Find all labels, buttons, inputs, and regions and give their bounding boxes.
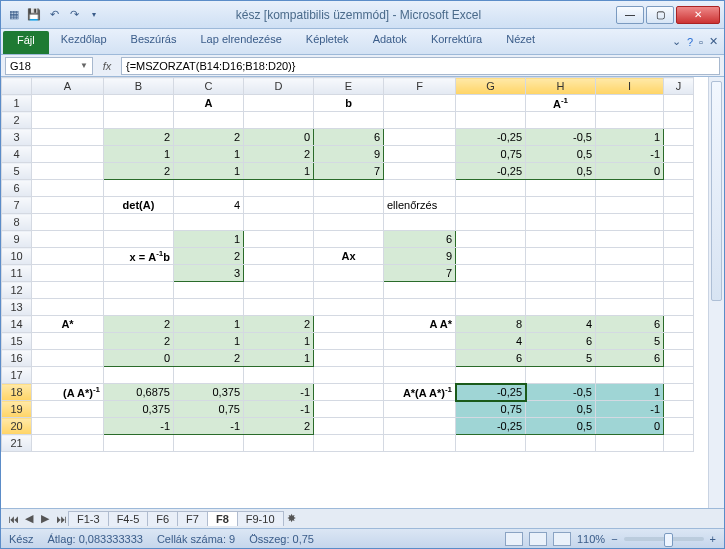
sheet-tab[interactable]: F1-3 <box>68 511 109 526</box>
cell[interactable]: 7 <box>314 163 384 180</box>
tab-insert[interactable]: Beszúrás <box>119 29 189 54</box>
cell[interactable]: -0,5 <box>526 384 596 401</box>
row-header[interactable]: 17 <box>2 367 32 384</box>
cell[interactable]: 2 <box>104 129 174 146</box>
help-icon[interactable]: ? <box>687 36 693 48</box>
cell[interactable]: A-1 <box>526 95 596 112</box>
cell[interactable]: -1 <box>244 384 314 401</box>
cell[interactable]: 4 <box>526 316 596 333</box>
cell[interactable]: 1 <box>244 350 314 367</box>
cell[interactable]: 0 <box>596 418 664 435</box>
row-header[interactable]: 8 <box>2 214 32 231</box>
sheet-tab[interactable]: F9-10 <box>237 511 284 526</box>
cell[interactable]: 2 <box>174 248 244 265</box>
cell[interactable]: 1 <box>244 333 314 350</box>
prev-sheet-icon[interactable]: ◀ <box>21 512 37 525</box>
cell[interactable]: 9 <box>384 248 456 265</box>
row-header[interactable]: 15 <box>2 333 32 350</box>
save-icon[interactable]: 💾 <box>25 6 43 24</box>
cell[interactable]: -1 <box>174 418 244 435</box>
cell[interactable]: (A A*)-1 <box>32 384 104 401</box>
row-header[interactable]: 7 <box>2 197 32 214</box>
cell[interactable]: 2 <box>104 333 174 350</box>
cell[interactable]: 0,5 <box>526 163 596 180</box>
row-header[interactable]: 14 <box>2 316 32 333</box>
zoom-out-button[interactable]: − <box>611 533 617 545</box>
col-header[interactable]: E <box>314 78 384 95</box>
zoom-in-button[interactable]: + <box>710 533 716 545</box>
cell[interactable]: 9 <box>314 146 384 163</box>
next-sheet-icon[interactable]: ▶ <box>37 512 53 525</box>
close-button[interactable]: ✕ <box>676 6 720 24</box>
select-all-corner[interactable] <box>2 78 32 95</box>
qat-dropdown-icon[interactable]: ▾ <box>85 6 103 24</box>
cell[interactable]: 2 <box>244 316 314 333</box>
cell[interactable]: 2 <box>104 163 174 180</box>
minimize-ribbon-icon[interactable]: ⌄ <box>672 35 681 48</box>
tab-review[interactable]: Korrektúra <box>419 29 494 54</box>
tab-layout[interactable]: Lap elrendezése <box>188 29 293 54</box>
active-cell[interactable]: -0,25 <box>456 384 526 401</box>
cell[interactable]: A* <box>32 316 104 333</box>
cell[interactable]: 0,5 <box>526 401 596 418</box>
window-restore-icon[interactable]: ▫ <box>699 36 703 48</box>
col-header[interactable]: A <box>32 78 104 95</box>
cell[interactable]: 0 <box>596 163 664 180</box>
cell[interactable]: 6 <box>526 333 596 350</box>
row-header[interactable]: 20 <box>2 418 32 435</box>
cell[interactable]: 0 <box>104 350 174 367</box>
fx-icon[interactable]: fx <box>97 60 117 72</box>
view-normal-button[interactable] <box>505 532 523 546</box>
cell[interactable]: 0,75 <box>456 146 526 163</box>
cell[interactable]: 2 <box>244 418 314 435</box>
col-header[interactable]: C <box>174 78 244 95</box>
scrollbar-thumb[interactable] <box>711 81 722 301</box>
cell[interactable]: -0,25 <box>456 418 526 435</box>
formula-input[interactable]: {=MSZORZAT(B14:D16;B18:D20)} <box>121 57 720 75</box>
view-layout-button[interactable] <box>529 532 547 546</box>
sheet-tab[interactable]: F6 <box>147 511 178 526</box>
row-header[interactable]: 5 <box>2 163 32 180</box>
cell[interactable]: x = A-1b <box>104 248 174 265</box>
redo-icon[interactable]: ↷ <box>65 6 83 24</box>
sheet-tab[interactable]: F4-5 <box>108 511 149 526</box>
cell[interactable]: A*(A A*)-1 <box>384 384 456 401</box>
cell[interactable]: 6 <box>596 316 664 333</box>
last-sheet-icon[interactable]: ⏭ <box>53 513 69 525</box>
cell[interactable]: 0,375 <box>174 384 244 401</box>
cell[interactable]: 4 <box>174 197 244 214</box>
zoom-slider[interactable] <box>624 537 704 541</box>
row-header[interactable]: 12 <box>2 282 32 299</box>
cell[interactable]: 6 <box>456 350 526 367</box>
cell[interactable]: 1 <box>596 384 664 401</box>
cell[interactable]: 1 <box>174 231 244 248</box>
col-header[interactable]: D <box>244 78 314 95</box>
cell[interactable]: 0,5 <box>526 418 596 435</box>
cell[interactable]: 1 <box>596 129 664 146</box>
row-header[interactable]: 18 <box>2 384 32 401</box>
cell[interactable]: 0,375 <box>104 401 174 418</box>
cell[interactable]: 0,75 <box>174 401 244 418</box>
cell[interactable]: 2 <box>104 316 174 333</box>
col-header[interactable]: G <box>456 78 526 95</box>
cell[interactable]: 6 <box>384 231 456 248</box>
cell[interactable]: 2 <box>174 129 244 146</box>
workbook-close-icon[interactable]: ✕ <box>709 35 718 48</box>
cell[interactable]: 4 <box>456 333 526 350</box>
cell[interactable]: 1 <box>174 316 244 333</box>
tab-home[interactable]: Kezdőlap <box>49 29 119 54</box>
cell[interactable]: 1 <box>174 146 244 163</box>
col-header[interactable]: B <box>104 78 174 95</box>
cell[interactable]: -0,25 <box>456 129 526 146</box>
row-header[interactable]: 3 <box>2 129 32 146</box>
cell[interactable]: 6 <box>596 350 664 367</box>
tab-data[interactable]: Adatok <box>361 29 419 54</box>
cell[interactable]: A A* <box>384 316 456 333</box>
cell[interactable]: 0,5 <box>526 146 596 163</box>
minimize-button[interactable]: — <box>616 6 644 24</box>
cell[interactable]: -1 <box>244 401 314 418</box>
name-box[interactable]: G18 ▼ <box>5 57 93 75</box>
first-sheet-icon[interactable]: ⏮ <box>5 513 21 525</box>
spreadsheet-grid[interactable]: A B C D E F G H I J 1AbA-1 2 3 220 6 -0,… <box>1 77 724 508</box>
cell[interactable]: 2 <box>174 350 244 367</box>
